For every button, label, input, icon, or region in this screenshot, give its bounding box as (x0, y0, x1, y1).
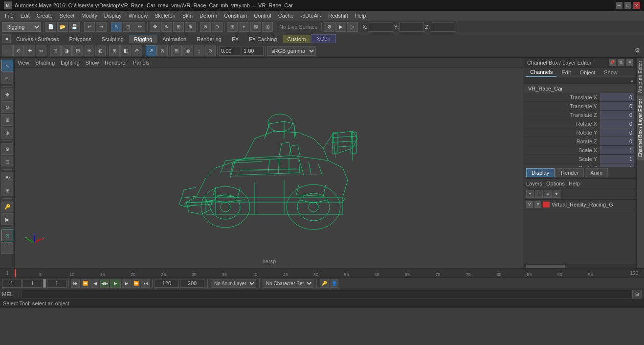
channel-rotate-z[interactable]: Rotate Z 0 (524, 137, 636, 146)
scroll-up-btn[interactable]: ▲ (630, 78, 634, 83)
show-hide-lt[interactable]: 👁 (1, 172, 13, 184)
layers-menu-help[interactable]: Help (569, 181, 580, 186)
grid-button[interactable]: ⊞ (109, 46, 120, 56)
menu-3dtoall[interactable]: -3DtoAll- (298, 12, 325, 20)
menu-display[interactable]: Display (101, 12, 125, 20)
tab-fx[interactable]: FX (227, 35, 244, 43)
tab-curves-surfaces[interactable]: Curves / Surfaces (11, 35, 64, 43)
scale-tool-button[interactable]: ⊞ (173, 22, 184, 32)
range-start-marker[interactable] (43, 279, 46, 288)
channel-rotate-x[interactable]: Rotate X 0 (524, 119, 636, 128)
menu-redshift[interactable]: Redshift (325, 12, 351, 20)
track-button[interactable]: ✚ (24, 46, 35, 56)
anim-layer-select[interactable]: No Anim Layer (211, 279, 256, 288)
paint-select-button[interactable]: ✏ (134, 22, 145, 32)
chan-tab-show[interactable]: Show (600, 69, 622, 76)
step-back-btn[interactable]: ⏪ (81, 279, 89, 288)
add-layer-btn[interactable]: + (526, 190, 534, 198)
viewport-value2[interactable] (242, 46, 264, 56)
render-button[interactable]: ▶ (335, 22, 346, 32)
menu-skeleton[interactable]: Skeleton (152, 12, 178, 20)
timeline-ruler[interactable]: 1 5 10 15 20 25 30 35 40 45 50 55 60 65 … (15, 268, 624, 278)
layer-visibility-toggle[interactable]: V (526, 201, 533, 208)
char-set-select[interactable]: No Character Set (263, 279, 313, 288)
menu-create[interactable]: Create (34, 12, 56, 20)
render-settings-button[interactable]: ⚙ (324, 22, 334, 32)
tab-render[interactable]: Render (555, 168, 584, 177)
texture-button[interactable]: ⊟ (72, 46, 83, 56)
side-tab-attribute-editor[interactable]: Attribute Editor (637, 58, 644, 96)
tab-rigging[interactable]: Rigging (129, 35, 157, 43)
snap-to-curve-button[interactable]: ⌖ (239, 22, 249, 32)
anim-end-input[interactable] (155, 279, 179, 288)
timeline-area[interactable]: 1 1 5 10 15 20 25 30 35 40 45 50 55 60 6… (0, 268, 644, 278)
rotate-x-value[interactable]: 0 (600, 119, 634, 128)
go-to-start-btn[interactable]: ⏮ (71, 279, 80, 288)
hud-button[interactable]: ◧ (120, 46, 131, 56)
universal-tool-button[interactable]: ⊕ (185, 22, 196, 32)
camera-tools-button[interactable]: 🎥 (2, 46, 13, 56)
group-lt[interactable]: ⊞ (1, 184, 13, 196)
go-to-end-btn[interactable]: ⏭ (141, 279, 150, 288)
menu-select[interactable]: Select (57, 12, 78, 20)
universal-lt[interactable]: ⊕ (1, 127, 13, 138)
orbit-button[interactable]: ⊙ (13, 46, 24, 56)
z-field[interactable] (431, 22, 455, 32)
layer-scrollbar-thumb[interactable] (526, 265, 565, 268)
settings-gear-button[interactable]: ⚙ (632, 46, 642, 55)
layers-menu-layers[interactable]: Layers (526, 181, 542, 186)
key-frame-btn[interactable]: 🔑 (320, 279, 329, 288)
script-editor-button[interactable]: ⊞ (632, 290, 642, 299)
menu-edit[interactable]: Edit (18, 12, 33, 20)
tab-display[interactable]: Display (526, 168, 555, 177)
menu-help[interactable]: Help (352, 12, 369, 20)
light-button[interactable]: ☀ (84, 46, 94, 56)
viewport-menu-shading[interactable]: Shading (35, 60, 55, 66)
mode-selector[interactable]: Rigging (2, 22, 41, 32)
gamma-selector[interactable]: sRGB gamma (267, 46, 316, 56)
scale-y-value[interactable]: 1 (600, 155, 634, 163)
scale-tool-lt[interactable]: ⊞ (1, 114, 13, 126)
dolly-button[interactable]: ⇔ (36, 46, 46, 56)
curve-lt[interactable]: ⌒ (1, 242, 13, 254)
ipr-render-button[interactable]: ▷ (347, 22, 358, 32)
layer-options-btn[interactable]: ≡ (544, 190, 552, 198)
viewport-menu-show[interactable]: Show (86, 60, 99, 66)
viewport-menu-view[interactable]: View (18, 60, 29, 66)
rotate-z-value[interactable]: 0 (600, 137, 634, 145)
rotate-y-value[interactable]: 0 (600, 128, 634, 137)
menu-file[interactable]: File (2, 12, 17, 20)
scale-z-value[interactable]: 1 (600, 163, 634, 167)
layers-menu-options[interactable]: Options (546, 181, 565, 186)
save-scene-button[interactable]: 💾 (69, 22, 80, 32)
tab-xgen[interactable]: XGen (311, 34, 335, 43)
translate-z-value[interactable]: 0 (600, 111, 634, 119)
char-btn[interactable]: 👤 (330, 279, 338, 288)
x-field[interactable] (369, 22, 393, 32)
menu-modify[interactable]: Modify (78, 12, 100, 20)
select-tool-lt[interactable]: ↖ (1, 60, 13, 71)
channel-rotate-y[interactable]: Rotate Y 0 (524, 128, 636, 137)
translate-y-value[interactable]: 0 (600, 102, 634, 110)
mel-input[interactable] (21, 290, 631, 299)
play-back-btn[interactable]: ◀▶ (100, 279, 109, 288)
redo-button[interactable]: ↪ (96, 22, 107, 32)
viewport-menu-lighting[interactable]: Lighting (61, 60, 80, 66)
menu-constrain[interactable]: Constrain (221, 12, 250, 20)
tab-anim[interactable]: Anim (585, 168, 608, 177)
tab-custom[interactable]: Custom (283, 35, 311, 43)
play-fwd-btn[interactable]: ▶ (110, 279, 121, 288)
snap-to-grid2-button[interactable]: ⊞ (171, 46, 182, 56)
deformer-button[interactable]: ⋮ (194, 46, 204, 56)
viewport-menu-renderer[interactable]: Renderer (105, 60, 127, 66)
soft-mod-button[interactable]: ⊗ (200, 22, 211, 32)
snap-to-grid-button[interactable]: ⊞ (227, 22, 238, 32)
tab-polygons[interactable]: Polygons (64, 35, 96, 43)
tab-scroll-left[interactable]: ◀ (2, 34, 11, 43)
channel-box-pin-btn[interactable]: 📌 (609, 59, 616, 66)
layer-playback-toggle[interactable]: P (534, 201, 541, 208)
layer-row[interactable]: V P Virtual_Reality_Racing_G (524, 200, 636, 209)
chan-tab-edit[interactable]: Edit (557, 69, 575, 76)
object-filter-button[interactable]: ⊕ (132, 46, 142, 56)
layer-down-btn[interactable]: ▼ (553, 190, 560, 198)
